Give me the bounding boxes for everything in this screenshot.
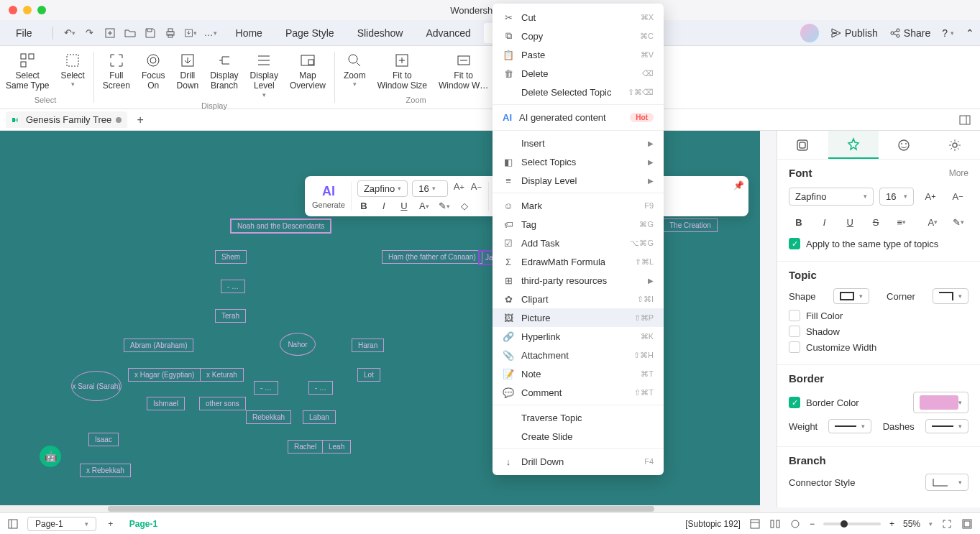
node-keturah[interactable]: x Keturah [200, 368, 244, 382]
panel-toggle-button[interactable] [958, 114, 971, 126]
rp-tab-icons[interactable] [879, 131, 930, 159]
ctx-traverse[interactable]: Traverse Topic [493, 408, 664, 427]
fit-window-size-button[interactable]: Fit to Window Size [372, 49, 433, 94]
node-noah[interactable]: Noah and the Descendants [230, 218, 331, 234]
select-button[interactable]: Select▾ [55, 49, 90, 94]
rp-font-size-select[interactable]: 16▾ [879, 188, 914, 206]
ctx-display-level[interactable]: ≡Display Level▶ [493, 171, 664, 190]
node-ishmael[interactable]: Ishmael [147, 397, 185, 410]
rp-border-color-select[interactable]: ▾ [913, 392, 968, 413]
rp-tab-style[interactable] [777, 131, 828, 159]
ai-assistant-chip[interactable]: 🤖 [40, 446, 61, 467]
map-overview-button[interactable]: Map Overview [284, 49, 331, 101]
rp-align[interactable]: ≡▾ [892, 212, 912, 232]
font-family-select[interactable]: Zapfino▾ [357, 180, 408, 197]
ctx-tag[interactable]: 🏷Tag⌘G [493, 215, 664, 234]
rp-fill-color-checkbox[interactable]: Fill Color [789, 310, 968, 321]
undo-button[interactable]: ↶▾ [63, 27, 76, 40]
ctx-select-topics[interactable]: ◧Select Topics▶ [493, 152, 664, 171]
ctx-picture[interactable]: 🖼Picture⇧⌘P [493, 308, 664, 327]
ctx-hyperlink[interactable]: 🔗Hyperlink⌘K [493, 327, 664, 346]
zoom-in-button[interactable]: + [889, 519, 894, 529]
ctx-math[interactable]: ΣEdrawMath Formula⇧⌘L [493, 252, 664, 271]
italic-button[interactable]: I [377, 200, 390, 213]
decrease-font-button[interactable]: A− [470, 180, 482, 193]
ctx-note[interactable]: 📝Note⌘T [493, 364, 664, 383]
print-button[interactable] [164, 27, 177, 40]
menu-pagestyle[interactable]: Page Style [275, 23, 344, 43]
fullscreen-status-button[interactable] [961, 518, 973, 530]
fit-screen-button[interactable] [941, 518, 953, 530]
more-qat-button[interactable]: …▾ [204, 27, 217, 40]
page-tab[interactable]: Page-1 [125, 519, 162, 529]
select-same-type-button[interactable]: Select Same Type [0, 49, 55, 94]
rp-border-color-checkbox[interactable]: ✓Border Color [789, 397, 859, 408]
rp-tab-settings[interactable] [930, 131, 981, 159]
node-d1[interactable]: - … [221, 280, 245, 293]
new-button[interactable] [104, 27, 116, 40]
ctx-ai-content[interactable]: AIAI generated contentHot [493, 108, 664, 127]
ai-generate-button[interactable]: AIGenerate [312, 184, 345, 209]
bold-button[interactable]: B [357, 200, 370, 213]
redo-button[interactable]: ↷ [83, 27, 96, 40]
fit-window-width-button[interactable]: Fit to Window W… [433, 49, 494, 94]
rp-custom-width-checkbox[interactable]: Customize Width [789, 341, 968, 353]
ctx-paste[interactable]: 📋Paste⌘V [493, 45, 664, 64]
node-ham[interactable]: Ham (the father of Canaan) [382, 250, 482, 264]
ctx-cut[interactable]: ✂Cut⌘X [493, 8, 664, 27]
ctx-add-task[interactable]: ☑Add Task⌥⌘G [493, 234, 664, 252]
rp-font-more[interactable]: More [949, 168, 968, 178]
help-button[interactable]: ?▾ [942, 27, 954, 39]
fullscreen-button[interactable]: Full Screen [97, 49, 136, 101]
minimize-window-icon[interactable] [23, 6, 32, 14]
node-sarai[interactable]: x Sarai (Sarah) [71, 371, 122, 401]
open-button[interactable] [124, 27, 137, 40]
ctx-insert[interactable]: Insert▶ [493, 134, 664, 152]
node-other[interactable]: other sons [199, 397, 246, 410]
rp-connstyle-select[interactable]: ▾ [925, 474, 968, 491]
maximize-window-icon[interactable] [37, 6, 46, 14]
document-tab[interactable]: Genesis Family Tree [6, 111, 127, 128]
zoom-slider[interactable] [823, 523, 881, 525]
ctx-thirdparty[interactable]: ⊞third-party resources▶ [493, 271, 664, 290]
rp-highlight[interactable]: ✎▾ [948, 212, 968, 232]
node-d2[interactable]: - … [254, 381, 278, 395]
underline-button[interactable]: U [398, 200, 411, 213]
node-rachel[interactable]: Rachel [288, 440, 323, 454]
node-abram[interactable]: Abram (Abraham) [124, 339, 193, 352]
publish-button[interactable]: Publish [830, 27, 878, 39]
node-lot[interactable]: Lot [357, 368, 380, 382]
increase-font-button[interactable]: A+ [452, 180, 465, 193]
rp-apply-same-type-checkbox[interactable]: ✓Apply to the same type of topics [789, 238, 968, 249]
add-page-button[interactable]: + [105, 518, 116, 530]
node-rebekkah[interactable]: Rebekkah [246, 410, 291, 424]
ctx-mark[interactable]: ☺MarkF9 [493, 196, 664, 215]
outline-toggle-button[interactable] [7, 518, 19, 530]
rp-shadow-checkbox[interactable]: Shadow [789, 326, 968, 337]
rp-dashes-select[interactable]: ▾ [925, 419, 968, 433]
font-color-button[interactable]: A▾ [418, 200, 431, 213]
rp-weight-select[interactable]: ▾ [828, 419, 871, 433]
rp-increase-font[interactable]: A+ [920, 186, 941, 206]
zoom-level[interactable]: 55% [903, 519, 920, 529]
page-select[interactable]: Page-1▾ [27, 517, 96, 531]
export-button[interactable]: ▾ [184, 27, 197, 40]
new-tab-button[interactable]: + [133, 113, 147, 127]
node-haran[interactable]: Haran [352, 339, 384, 352]
menu-slideshow[interactable]: Slideshow [347, 23, 413, 43]
pin-toolbar-button[interactable]: 📌 [733, 180, 744, 190]
rp-underline[interactable]: U [840, 212, 860, 232]
node-laban[interactable]: Laban [303, 410, 336, 424]
ctx-drilldown[interactable]: ↓Drill DownF4 [493, 452, 664, 471]
rp-italic[interactable]: I [815, 212, 835, 232]
save-button[interactable] [144, 27, 157, 40]
zoom-button[interactable]: Zoom▾ [338, 49, 372, 94]
menu-home[interactable]: Home [226, 23, 273, 43]
display-level-button[interactable]: Display Level▾ [244, 49, 284, 101]
node-hagar[interactable]: x Hagar (Egyptian) [128, 368, 201, 382]
share-button[interactable]: Share [889, 27, 930, 39]
node-shem[interactable]: Shem [215, 250, 247, 264]
rp-decrease-font[interactable]: A− [947, 186, 968, 206]
rp-bold[interactable]: B [789, 212, 809, 232]
node-xrebekkah[interactable]: x Rebekkah [80, 464, 131, 477]
